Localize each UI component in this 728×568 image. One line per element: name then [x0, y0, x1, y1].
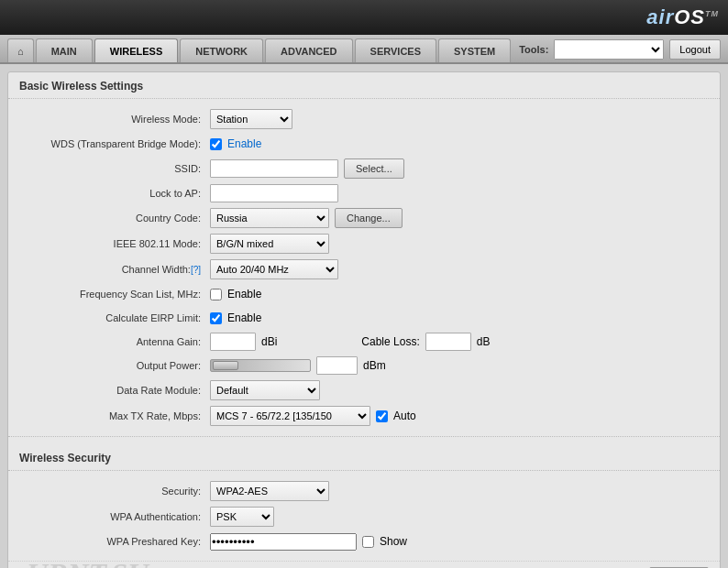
max-tx-row: Max TX Rate, Mbps: MCS 7 - 65/72.2 [135/… [8, 403, 720, 429]
wireless-mode-select[interactable]: Station Access Point AP-Repeater [210, 109, 292, 129]
wpa-key-control: Show [210, 533, 711, 551]
country-change-button[interactable]: Change... [335, 208, 403, 228]
wds-label: WDS (Transparent Bridge Mode): [17, 138, 210, 149]
main-content: Basic Wireless Settings Wireless Mode: S… [7, 71, 721, 568]
lock-ap-input[interactable]: 44:D9:E7:68:65:B3 [210, 184, 338, 202]
channel-width-label: Channel Width:[?] [17, 264, 210, 275]
logo-os: OS [674, 5, 705, 28]
wpa-show-checkbox[interactable] [362, 536, 374, 548]
ssid-input[interactable]: my_wifi_bridge [210, 159, 338, 178]
logo: airOSTM [646, 5, 719, 29]
freq-scan-label: Frequency Scan List, MHz: [17, 289, 210, 300]
country-code-row: Country Code: Russia United States Germa… [8, 205, 720, 231]
output-power-control: -4 dBm [210, 356, 711, 375]
calc-eirp-checkbox[interactable] [210, 312, 222, 324]
nav-tab-advanced[interactable]: ADVANCED [265, 38, 353, 62]
channel-width-row: Channel Width:[?] Auto 20/40 MHz 20 MHz … [8, 257, 720, 282]
wpa-key-input[interactable] [210, 533, 357, 551]
basic-wireless-section-title: Basic Wireless Settings [8, 72, 720, 99]
ieee-mode-control: B/G/N mixed A/N mixed N only [210, 234, 711, 254]
nav-tab-wireless[interactable]: WIRELESS [94, 38, 178, 62]
nav-tab-main[interactable]: MAIN [36, 38, 93, 62]
logo-tm: TM [705, 9, 719, 18]
nav-tab-services[interactable]: SERVICES [355, 38, 436, 62]
antenna-gain-label: Antenna Gain: [17, 336, 210, 347]
country-code-select[interactable]: Russia United States Germany [210, 208, 329, 228]
output-power-input[interactable]: -4 [316, 356, 358, 375]
bottom-bar: Change [8, 561, 720, 568]
freq-scan-control: Enable [210, 288, 711, 300]
max-tx-label: Max TX Rate, Mbps: [17, 410, 210, 421]
output-power-slider[interactable] [210, 359, 311, 372]
tools-label: Tools: [519, 44, 548, 55]
wpa-key-label: WPA Preshared Key: [17, 536, 210, 547]
nav-bar: ⌂ MAIN WIRELESS NETWORK ADVANCED SERVICE… [0, 35, 728, 64]
country-code-label: Country Code: [17, 213, 210, 224]
lock-ap-control: 44:D9:E7:68:65:B3 [210, 184, 711, 202]
cable-loss-unit: dB [477, 335, 491, 348]
nav-tab-system[interactable]: SYSTEM [438, 38, 511, 62]
max-tx-select[interactable]: MCS 7 - 65/72.2 [135/150 [210, 406, 370, 426]
calc-eirp-row: Calculate EIRP Limit: Enable [8, 306, 720, 330]
wpa-auth-row: WPA Authentication: PSK EAP [8, 504, 720, 530]
cable-loss-input[interactable]: 0 [425, 333, 471, 351]
wpa-auth-control: PSK EAP [210, 507, 711, 527]
antenna-gain-input[interactable]: 0 [210, 333, 256, 351]
freq-scan-enable-label: Enable [227, 288, 261, 300]
max-tx-auto-label: Auto [393, 410, 416, 422]
lock-ap-row: Lock to AP: 44:D9:E7:68:65:B3 [8, 181, 720, 205]
output-power-row: Output Power: -4 dBm [8, 354, 720, 377]
freq-scan-row: Frequency Scan List, MHz: Enable [8, 282, 720, 306]
data-rate-control: Default High Low [210, 380, 711, 400]
tools-select[interactable] [554, 39, 664, 60]
data-rate-row: Data Rate Module: Default High Low [8, 377, 720, 403]
logout-button[interactable]: Logout [669, 39, 721, 60]
home-icon: ⌂ [17, 46, 24, 57]
security-control: WPA2-AES WPA2-TKIP WPA None [210, 481, 711, 501]
logo-air: air [646, 5, 674, 28]
calc-eirp-label: Calculate EIRP Limit: [17, 312, 210, 323]
ieee-mode-select[interactable]: B/G/N mixed A/N mixed N only [210, 234, 329, 254]
ssid-row: SSID: my_wifi_bridge Select... [8, 156, 720, 181]
nav-tab-home[interactable]: ⌂ [7, 38, 34, 62]
ieee-mode-row: IEEE 802.11 Mode: B/G/N mixed A/N mixed … [8, 231, 720, 257]
output-power-label: Output Power: [17, 360, 210, 371]
antenna-gain-control: 0 dBi Cable Loss: 0 dB [210, 333, 711, 351]
wireless-security-section-title: Wireless Security [8, 444, 720, 471]
data-rate-label: Data Rate Module: [17, 385, 210, 396]
slider-thumb [213, 361, 238, 370]
data-rate-select[interactable]: Default High Low [210, 380, 320, 400]
wireless-mode-control: Station Access Point AP-Repeater [210, 109, 711, 129]
max-tx-auto-checkbox[interactable] [376, 410, 388, 422]
channel-width-control: Auto 20/40 MHz 20 MHz 40 MHz [210, 259, 711, 279]
wireless-mode-label: Wireless Mode: [17, 114, 210, 125]
wpa-auth-select[interactable]: PSK EAP [210, 507, 274, 527]
wpa-key-row: WPA Preshared Key: Show [8, 530, 720, 553]
ssid-label: SSID: [17, 163, 210, 174]
antenna-gain-unit: dBi [261, 335, 277, 348]
security-select[interactable]: WPA2-AES WPA2-TKIP WPA None [210, 481, 329, 501]
wpa-auth-label: WPA Authentication: [17, 511, 210, 522]
wds-checkbox[interactable] [210, 138, 222, 150]
ssid-select-button[interactable]: Select... [344, 158, 404, 179]
wireless-mode-row: Wireless Mode: Station Access Point AP-R… [8, 106, 720, 132]
calc-eirp-control: Enable [210, 311, 711, 324]
country-code-control: Russia United States Germany Change... [210, 208, 711, 228]
nav-tab-network[interactable]: NETWORK [180, 38, 263, 62]
ieee-mode-label: IEEE 802.11 Mode: [17, 238, 210, 249]
tools-area: Tools: Logout [519, 39, 721, 60]
antenna-row: Antenna Gain: 0 dBi Cable Loss: 0 dB [8, 330, 720, 354]
section-divider [8, 436, 720, 437]
calc-eirp-enable-label: Enable [227, 311, 261, 324]
freq-scan-checkbox[interactable] [210, 289, 222, 300]
channel-width-select[interactable]: Auto 20/40 MHz 20 MHz 40 MHz [210, 259, 338, 279]
security-label: Security: [17, 486, 210, 497]
output-power-unit: dBm [363, 359, 386, 372]
ssid-control: my_wifi_bridge Select... [210, 158, 711, 179]
wpa-show-label: Show [380, 535, 407, 548]
max-tx-control: MCS 7 - 65/72.2 [135/150 Auto [210, 406, 711, 426]
wds-control: Enable [210, 137, 711, 150]
wds-enable-label: Enable [227, 137, 261, 150]
cable-loss-label: Cable Loss: [361, 335, 419, 348]
wds-row: WDS (Transparent Bridge Mode): Enable [8, 132, 720, 156]
